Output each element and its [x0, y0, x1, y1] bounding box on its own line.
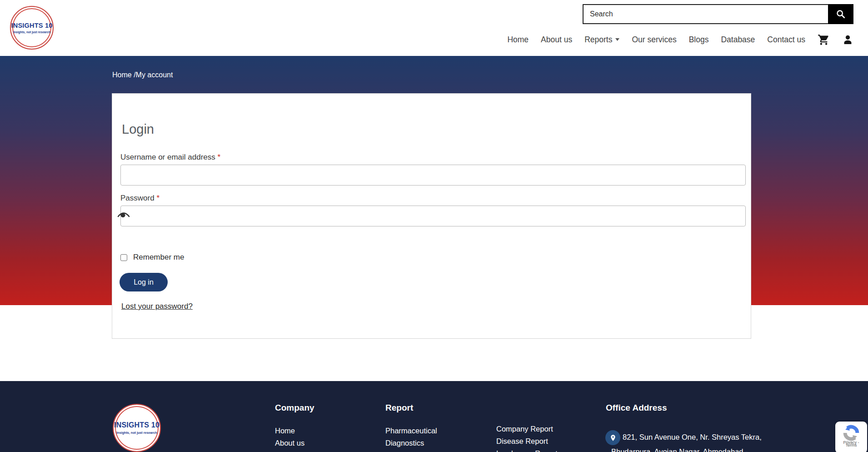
log-in-button[interactable]: Log in [120, 273, 168, 291]
recaptcha-badge[interactable]: Privacy - Terms [835, 422, 867, 452]
login-card: Login Username or email address * Passwo… [112, 93, 751, 339]
footer-link-landscape-report[interactable]: Landscape Report [496, 449, 558, 452]
recaptcha-terms-label[interactable]: Terms [846, 443, 857, 447]
office-address-line-2: Bhudarpura, Ayojan Nagar, Ahmedabad - [611, 447, 748, 452]
footer-link-diagnostics[interactable]: Diagnostics [385, 439, 424, 447]
footer-link-pharmaceutical[interactable]: Pharmaceutical [385, 427, 437, 435]
footer-company-heading: Company [275, 403, 314, 413]
password-label: Password * [120, 194, 160, 203]
login-title: Login [122, 122, 154, 137]
required-asterisk: * [156, 194, 160, 202]
breadcrumb-current: My account [136, 71, 173, 79]
search-button[interactable] [828, 4, 853, 24]
footer-office-address-heading: Office Address [606, 403, 667, 413]
brand-name: INSIGHTS 10 [11, 22, 53, 29]
password-input[interactable] [120, 206, 746, 226]
chevron-down-icon [615, 38, 619, 41]
brand-logo[interactable]: INSIGHTS 10 Insights, not just research [10, 6, 54, 50]
lost-password-link[interactable]: Lost your password? [121, 302, 193, 311]
cart-icon[interactable] [818, 34, 830, 46]
brand-name: INSIGHTS 10 [114, 421, 160, 429]
footer-link-company-report[interactable]: Company Report [496, 425, 553, 433]
username-label: Username or email address * [120, 153, 220, 162]
nav-blogs[interactable]: Blogs [689, 35, 709, 45]
required-asterisk: * [218, 153, 221, 161]
breadcrumb-separator: / [132, 71, 136, 79]
footer-report-heading: Report [385, 403, 413, 413]
footer-brand-logo[interactable]: INSIGHTS 10 Insights, not just research [113, 404, 161, 452]
remember-me-row: Remember me [120, 253, 184, 262]
footer-link-disease-report[interactable]: Disease Report [496, 437, 548, 446]
nav-database[interactable]: Database [721, 35, 755, 45]
recaptcha-icon [843, 424, 860, 442]
office-address-line-1: 821, Sun Avenue One, Nr. Shreyas Tekra, [623, 433, 762, 442]
search-input[interactable] [583, 4, 828, 24]
magnifier-icon [836, 9, 846, 19]
search-form [583, 4, 853, 24]
user-account-icon[interactable] [842, 34, 853, 45]
site-footer: INSIGHTS 10 Insights, not just research … [0, 381, 868, 452]
remember-me-checkbox[interactable] [120, 254, 127, 261]
footer-link-about-us[interactable]: About us [275, 439, 304, 447]
username-input[interactable] [120, 165, 746, 186]
brand-tagline: Insights, not just research [116, 431, 157, 435]
footer-link-home[interactable]: Home [275, 427, 295, 435]
breadcrumb-home-link[interactable]: Home [112, 71, 132, 79]
nav-reports[interactable]: Reports [584, 35, 619, 45]
nav-home[interactable]: Home [507, 35, 529, 45]
show-password-eye-icon[interactable] [117, 211, 130, 220]
remember-me-label: Remember me [133, 253, 184, 262]
brand-tagline: Insights, not just research [13, 30, 50, 34]
nav-our-services[interactable]: Our services [632, 35, 676, 45]
main-nav: Home About us Reports Our services Blogs… [507, 32, 853, 47]
nav-about-us[interactable]: About us [541, 35, 572, 45]
site-header: INSIGHTS 10 Insights, not just research … [0, 0, 868, 56]
breadcrumb: Home /My account [112, 71, 173, 79]
nav-contact-us[interactable]: Contact us [767, 35, 805, 45]
location-pin-icon [605, 430, 620, 445]
page: INSIGHTS 10 Insights, not just research … [0, 0, 868, 452]
